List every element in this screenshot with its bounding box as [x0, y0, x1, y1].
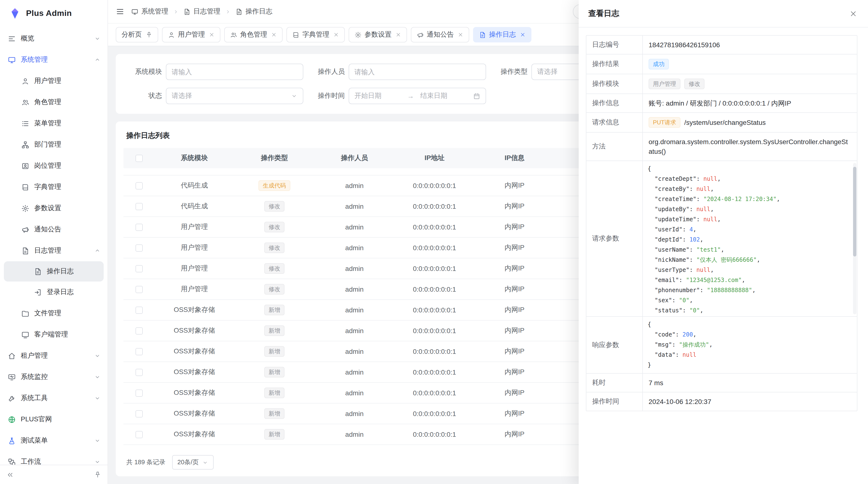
row-checkbox[interactable] — [135, 244, 143, 251]
tab-notice[interactable]: 通知公告 — [411, 27, 469, 42]
row-checkbox[interactable] — [135, 368, 143, 376]
book-icon — [21, 183, 29, 191]
select-all-checkbox[interactable] — [135, 155, 143, 162]
detail-label: 请求参数 — [586, 161, 643, 316]
breadcrumb-item[interactable]: 操作日志 — [235, 7, 273, 16]
cell-ip: 0:0:0:0:0:0:0:1 — [395, 430, 474, 438]
monitor-icon — [131, 8, 138, 15]
row-checkbox[interactable] — [135, 348, 143, 355]
tab-operation-log[interactable]: 操作日志 — [473, 27, 531, 42]
row-checkbox[interactable] — [135, 410, 143, 417]
tab-role-management[interactable]: 角色管理 — [224, 27, 283, 42]
row-checkbox[interactable] — [135, 327, 143, 334]
row-checkbox[interactable] — [135, 223, 143, 231]
close-drawer-icon[interactable] — [849, 9, 858, 18]
tab-dict-management[interactable]: 字典管理 — [286, 27, 345, 42]
pin-icon[interactable] — [146, 31, 152, 38]
breadcrumb-item[interactable]: 系统管理 — [131, 7, 168, 16]
tab-analysis[interactable]: 分析页 — [116, 27, 158, 42]
sidebar-item-dept-management[interactable]: 部门管理 — [0, 134, 107, 155]
row-checkbox[interactable] — [135, 431, 143, 438]
action-tag: 新增 — [264, 408, 284, 419]
operator-input[interactable] — [349, 64, 486, 80]
cell-ip-info: 内网IP — [474, 181, 555, 190]
sidebar-item-overview[interactable]: 概览 — [0, 28, 107, 49]
operation-time-daterange[interactable]: 开始日期→结束日期 — [349, 88, 486, 104]
close-tab-icon[interactable] — [271, 32, 277, 38]
cell-operator: admin — [314, 223, 395, 231]
sidebar-item-log-management[interactable]: 日志管理 — [0, 240, 107, 261]
row-checkbox[interactable] — [135, 182, 143, 189]
sidebar-item-role-management[interactable]: 角色管理 — [0, 92, 107, 113]
column-header: 操作人员 — [314, 154, 395, 162]
sidebar-item-menu-management[interactable]: 菜单管理 — [0, 113, 107, 134]
request-params-code[interactable]: { "createDept": null, "createBy": null, … — [643, 161, 857, 316]
detail-label: 请求信息 — [586, 113, 643, 132]
tab-user-management[interactable]: 用户管理 — [162, 27, 220, 42]
hamburger-menu-icon[interactable] — [116, 7, 124, 16]
sidebar-item-operation-log[interactable]: 操作日志 — [4, 261, 104, 282]
close-tab-icon[interactable] — [333, 32, 339, 38]
cell-ip-info: 内网IP — [474, 347, 555, 356]
close-tab-icon[interactable] — [458, 32, 463, 38]
log-icon — [21, 247, 29, 255]
cell-ip: 0:0:0:0:0:0:0:1 — [395, 368, 474, 376]
workflow-icon — [8, 458, 16, 465]
filter-label: 操作人员 — [310, 67, 345, 76]
row-checkbox[interactable] — [135, 265, 143, 272]
system-module-input[interactable] — [166, 64, 303, 80]
action-tag: 新增 — [264, 325, 284, 336]
row-checkbox[interactable] — [135, 306, 143, 314]
sidebar-item-tenant-management[interactable]: 租户管理 — [0, 345, 107, 366]
sidebar-item-file-management[interactable]: 文件管理 — [0, 303, 107, 324]
breadcrumb-item[interactable]: 日志管理 — [183, 7, 220, 16]
drawer-title: 查看日志 — [588, 8, 619, 19]
sidebar-item-test-menu[interactable]: 测试菜单 — [0, 430, 107, 451]
collapse-sidebar-button[interactable] — [6, 471, 14, 479]
row-checkbox[interactable] — [135, 286, 143, 293]
page-size-select[interactable]: 20条/页 — [172, 455, 214, 470]
cell-operator: admin — [314, 306, 395, 314]
sidebar-item-label: 用户管理 — [34, 77, 61, 85]
sidebar-item-param-settings[interactable]: 参数设置 — [0, 198, 107, 219]
filter-label: 操作类型 — [493, 67, 528, 76]
scrollbar-thumb[interactable] — [853, 167, 857, 256]
row-checkbox[interactable] — [135, 203, 143, 210]
row-checkbox[interactable] — [135, 389, 143, 396]
pin-sidebar-button[interactable] — [94, 471, 101, 478]
action-tag: 新增 — [264, 429, 284, 440]
detail-value: { "createDept": null, "createBy": null, … — [643, 161, 857, 316]
cell-operator: admin — [314, 285, 395, 293]
sidebar-item-notice[interactable]: 通知公告 — [0, 219, 107, 240]
app-logo[interactable]: Plus Admin — [0, 0, 107, 27]
sidebar-item-label: 字典管理 — [34, 183, 61, 191]
close-tab-icon[interactable] — [520, 32, 526, 38]
sidebar-item-system-monitor[interactable]: 系统监控 — [0, 366, 107, 388]
close-tab-icon[interactable] — [209, 32, 215, 38]
cell-ip: 0:0:0:0:0:0:0:1 — [395, 306, 474, 314]
sidebar-item-client-management[interactable]: 客户端管理 — [0, 324, 107, 345]
sidebar-item-login-log[interactable]: 登录日志 — [0, 282, 107, 303]
cell-ip-info: 内网IP — [474, 202, 555, 211]
sidebar-item-system-tools[interactable]: 系统工具 — [0, 388, 107, 409]
cell-module: OSS对象存储 — [154, 326, 235, 335]
sidebar-item-workflow[interactable]: 工作流 — [0, 451, 107, 465]
status-select[interactable]: 请选择 — [166, 88, 303, 104]
sidebar-item-plus-website[interactable]: PLUS官网 — [0, 409, 107, 430]
cell-ip: 0:0:0:0:0:0:0:1 — [395, 327, 474, 334]
cell-module: OSS对象存储 — [154, 409, 235, 418]
tab-param-settings[interactable]: 参数设置 — [349, 27, 407, 42]
detail-row-log-id: 日志编号1842781986426159106 — [586, 36, 857, 55]
sidebar-item-dict-management[interactable]: 字典管理 — [0, 176, 107, 198]
user-icon — [21, 77, 29, 85]
cell-module: 用户管理 — [154, 244, 235, 252]
close-tab-icon[interactable] — [396, 32, 401, 38]
cell-ip-info: 内网IP — [474, 368, 555, 377]
sidebar-item-label: 操作日志 — [47, 267, 74, 276]
sidebar-item-user-management[interactable]: 用户管理 — [0, 70, 107, 92]
breadcrumb-label: 操作日志 — [245, 7, 273, 16]
doc-icon — [34, 267, 42, 276]
sidebar-item-post-management[interactable]: 岗位管理 — [0, 155, 107, 176]
tab-label: 字典管理 — [302, 30, 329, 39]
sidebar-item-system-management[interactable]: 系统管理 — [0, 49, 107, 70]
